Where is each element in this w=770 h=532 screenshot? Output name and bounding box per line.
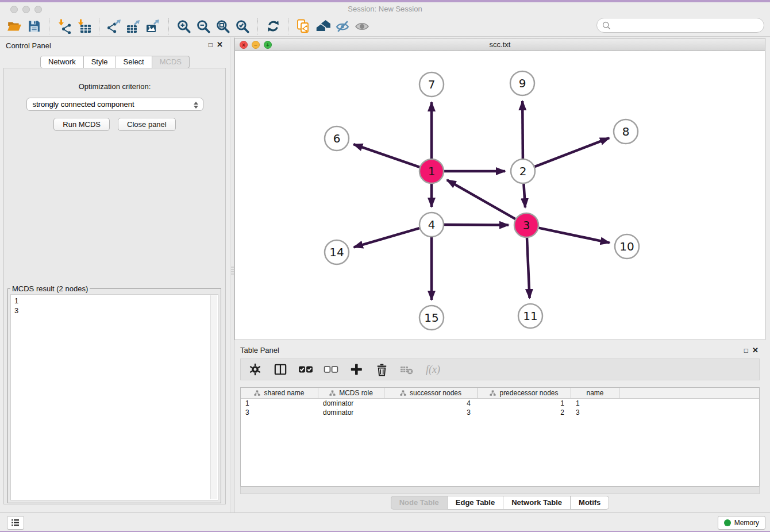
delete-table-icon bbox=[399, 362, 414, 377]
close-panel-icon[interactable]: ✕ bbox=[217, 40, 223, 49]
zoom-selected-button[interactable] bbox=[233, 17, 252, 36]
svg-text:15: 15 bbox=[424, 311, 438, 325]
table-cell[interactable]: dominator bbox=[318, 408, 384, 417]
import-network-button[interactable] bbox=[55, 17, 74, 36]
close-table-panel-icon[interactable]: ✕ bbox=[752, 346, 759, 354]
table-row[interactable]: 1dominator411 bbox=[241, 399, 759, 408]
table-cell[interactable]: 3 bbox=[384, 408, 478, 417]
svg-text:8: 8 bbox=[622, 125, 630, 138]
create-column-button[interactable] bbox=[348, 361, 365, 378]
graph-edge-3-1[interactable] bbox=[447, 180, 515, 219]
show-graphics-button[interactable] bbox=[352, 17, 372, 36]
graph-edge-1-6[interactable] bbox=[353, 144, 419, 167]
tab-edge-table[interactable]: Edge Table bbox=[448, 496, 503, 510]
open-session-button[interactable] bbox=[5, 17, 24, 36]
graph-edge-2-9[interactable] bbox=[522, 101, 523, 159]
graph-edge-2-3[interactable] bbox=[523, 184, 525, 207]
float-table-panel-icon[interactable]: □ bbox=[744, 346, 748, 354]
tab-select[interactable]: Select bbox=[116, 56, 152, 68]
home-layout-button[interactable] bbox=[313, 17, 333, 36]
table-settings-button[interactable] bbox=[247, 361, 264, 378]
select-all-columns-button[interactable] bbox=[297, 361, 314, 378]
column-header-MCDS-role[interactable]: MCDS role bbox=[318, 388, 384, 398]
column-header-name[interactable]: name bbox=[571, 388, 619, 398]
graph-node-11[interactable]: 11 bbox=[518, 304, 542, 328]
zoom-fit-icon bbox=[215, 19, 230, 34]
zoom-in-button[interactable] bbox=[174, 17, 194, 36]
toolbar-separator bbox=[99, 18, 99, 34]
save-session-button[interactable] bbox=[24, 17, 44, 36]
graph-edge-4-14[interactable] bbox=[354, 228, 419, 247]
table-cell[interactable]: dominator bbox=[318, 399, 384, 407]
refresh-button[interactable] bbox=[263, 17, 283, 36]
zoom-fit-button[interactable] bbox=[213, 17, 233, 36]
graph-node-3[interactable]: 3 bbox=[514, 213, 538, 237]
delete-column-button[interactable] bbox=[373, 361, 390, 378]
table-panel-title: Table Panel bbox=[240, 346, 279, 354]
memory-button[interactable]: Memory bbox=[718, 516, 765, 530]
graph-node-2[interactable]: 2 bbox=[511, 159, 535, 183]
criterion-select[interactable]: strongly connected component bbox=[26, 98, 203, 111]
tab-network-table[interactable]: Network Table bbox=[503, 496, 571, 510]
tab-style[interactable]: Style bbox=[84, 56, 116, 68]
float-panel-icon[interactable]: □ bbox=[209, 41, 213, 49]
column-header-predecessor-nodes[interactable]: predecessor nodes bbox=[478, 388, 571, 398]
task-history-button[interactable] bbox=[7, 516, 24, 530]
hide-graphics-button[interactable] bbox=[333, 17, 352, 36]
import-table-button[interactable] bbox=[74, 17, 94, 36]
deselect-all-columns-button[interactable] bbox=[322, 361, 340, 378]
search-input[interactable] bbox=[611, 20, 764, 31]
graph-node-8[interactable]: 8 bbox=[614, 119, 638, 144]
graph-node-10[interactable]: 10 bbox=[615, 234, 639, 259]
graph-edge-4-3[interactable] bbox=[444, 225, 509, 225]
table-cell[interactable]: 2 bbox=[478, 408, 571, 417]
search-field[interactable] bbox=[596, 18, 764, 33]
table-row[interactable]: 3dominator323 bbox=[241, 408, 759, 417]
svg-text:14: 14 bbox=[329, 245, 344, 259]
export-network-icon bbox=[107, 19, 122, 34]
network-canvas[interactable]: 7968124314101511 bbox=[235, 51, 765, 340]
graph-node-7[interactable]: 7 bbox=[419, 72, 444, 97]
graph-node-14[interactable]: 14 bbox=[325, 240, 349, 264]
run-mcds-button[interactable]: Run MCDS bbox=[53, 118, 110, 131]
criterion-selected-value: strongly connected component bbox=[33, 100, 134, 109]
unchecked-boxes-icon bbox=[324, 362, 338, 377]
graph-node-1[interactable]: 1 bbox=[419, 159, 444, 183]
column-tree-icon bbox=[490, 390, 496, 396]
column-header-shared-name[interactable]: shared name bbox=[241, 388, 318, 398]
zoom-out-button[interactable] bbox=[194, 17, 213, 36]
table-cell[interactable]: 1 bbox=[478, 399, 571, 407]
function-builder-button[interactable]: f(x) bbox=[426, 364, 440, 376]
panel-splitter[interactable] bbox=[230, 37, 234, 512]
graph-node-6[interactable]: 6 bbox=[325, 126, 349, 151]
table-cell[interactable]: 1 bbox=[241, 399, 318, 407]
close-panel-button[interactable]: Close panel bbox=[118, 118, 176, 131]
tab-network[interactable]: Network bbox=[40, 56, 84, 68]
table-cell[interactable]: 4 bbox=[384, 399, 478, 407]
graph-edge-3-11[interactable] bbox=[527, 238, 530, 298]
control-panel-title: Control Panel bbox=[6, 41, 51, 50]
tab-node-table[interactable]: Node Table bbox=[391, 496, 448, 510]
list-icon bbox=[10, 518, 21, 528]
tab-motifs[interactable]: Motifs bbox=[571, 496, 609, 510]
delete-table-button[interactable] bbox=[398, 361, 415, 378]
export-table-button[interactable] bbox=[124, 17, 144, 36]
graph-node-9[interactable]: 9 bbox=[510, 71, 534, 95]
export-image-button[interactable] bbox=[144, 17, 163, 36]
graph-node-4[interactable]: 4 bbox=[419, 213, 444, 237]
export-network-button[interactable] bbox=[105, 17, 124, 36]
copy-network-button[interactable] bbox=[294, 17, 313, 36]
table-scroll-strip[interactable] bbox=[240, 487, 760, 494]
column-header-label: successor nodes bbox=[410, 389, 461, 397]
table-cell[interactable]: 3 bbox=[571, 408, 619, 417]
svg-text:11: 11 bbox=[523, 309, 537, 323]
column-header-successor-nodes[interactable]: successor nodes bbox=[384, 388, 478, 398]
show-columns-button[interactable] bbox=[272, 361, 289, 378]
table-cell[interactable]: 3 bbox=[241, 408, 318, 417]
tab-mcds[interactable]: MCDS bbox=[152, 56, 190, 68]
graph-node-15[interactable]: 15 bbox=[419, 306, 444, 330]
result-scrollbar[interactable] bbox=[210, 295, 217, 499]
table-cell[interactable]: 1 bbox=[571, 399, 619, 407]
graph-edge-3-10[interactable] bbox=[539, 228, 610, 243]
graph-edge-2-8[interactable] bbox=[535, 138, 610, 167]
